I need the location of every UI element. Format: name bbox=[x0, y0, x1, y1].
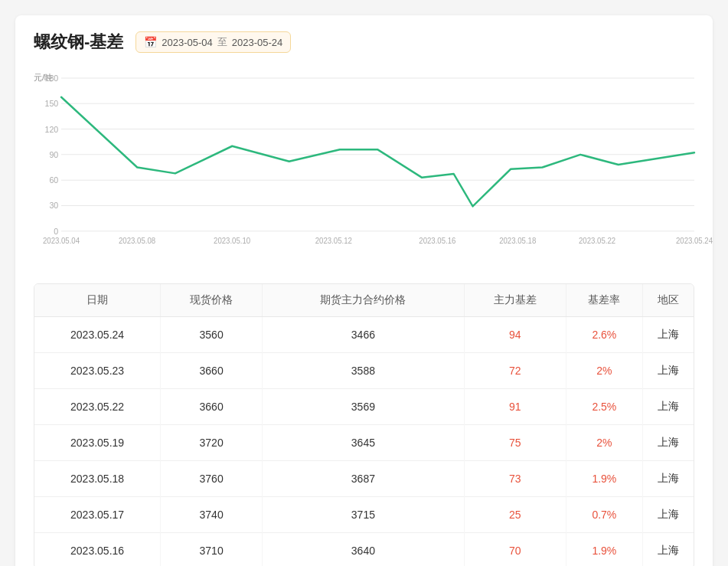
date-start: 2023-05-04 bbox=[162, 37, 213, 48]
cell-basis: 73 bbox=[464, 461, 566, 497]
cell-region: 上海 bbox=[642, 497, 694, 533]
page-title: 螺纹钢-基差 bbox=[34, 31, 123, 54]
cell-futures: 3687 bbox=[263, 461, 465, 497]
cell-region: 上海 bbox=[642, 317, 694, 353]
cell-basis: 70 bbox=[464, 533, 566, 567]
col-region: 地区 bbox=[642, 284, 694, 317]
cell-basis: 72 bbox=[464, 353, 566, 389]
cell-date: 2023.05.24 bbox=[34, 317, 161, 353]
page-header: 螺纹钢-基差 📅 2023-05-04 至 2023-05-24 bbox=[34, 31, 694, 54]
chart-inner: 0 30 60 90 120 150 180 2023.05.04 2023.0… bbox=[61, 78, 694, 256]
cell-date: 2023.05.23 bbox=[34, 353, 161, 389]
cell-basis: 94 bbox=[464, 317, 566, 353]
cell-futures: 3588 bbox=[263, 353, 465, 389]
svg-text:30: 30 bbox=[49, 201, 58, 210]
table-row: 2023.05.18 3760 3687 73 1.9% 上海 bbox=[34, 461, 694, 497]
cell-basis-rate: 2% bbox=[566, 353, 642, 389]
table-row: 2023.05.17 3740 3715 25 0.7% 上海 bbox=[34, 497, 694, 533]
date-range-picker[interactable]: 📅 2023-05-04 至 2023-05-24 bbox=[135, 31, 291, 53]
cell-basis: 75 bbox=[464, 425, 566, 461]
cell-date: 2023.05.17 bbox=[34, 497, 161, 533]
table-row: 2023.05.19 3720 3645 75 2% 上海 bbox=[34, 425, 694, 461]
svg-text:150: 150 bbox=[45, 99, 59, 108]
cell-region: 上海 bbox=[642, 533, 694, 567]
svg-text:0: 0 bbox=[54, 227, 58, 236]
cell-futures: 3466 bbox=[263, 317, 465, 353]
cell-spot: 3560 bbox=[161, 317, 263, 353]
data-table: 日期 现货价格 期货主力合约价格 主力基差 基差率 地区 2023.05.24 … bbox=[34, 284, 694, 566]
line-chart: 0 30 60 90 120 150 180 2023.05.04 2023.0… bbox=[61, 78, 694, 256]
basis-line bbox=[61, 97, 694, 207]
cell-spot: 3660 bbox=[161, 389, 263, 425]
svg-text:2023.05.08: 2023.05.08 bbox=[119, 237, 156, 245]
cell-basis-rate: 2.6% bbox=[566, 317, 642, 353]
cell-futures: 3715 bbox=[263, 497, 465, 533]
cell-region: 上海 bbox=[642, 389, 694, 425]
col-basis-rate: 基差率 bbox=[566, 284, 642, 317]
cell-basis: 91 bbox=[464, 389, 566, 425]
cell-date: 2023.05.16 bbox=[34, 533, 161, 567]
cell-futures: 3569 bbox=[263, 389, 465, 425]
chart-area: 元/吨 0 30 60 90 120 150 180 bbox=[34, 66, 694, 280]
cell-futures: 3640 bbox=[263, 533, 465, 567]
col-date: 日期 bbox=[34, 284, 161, 317]
table-row: 2023.05.22 3660 3569 91 2.5% 上海 bbox=[34, 389, 694, 425]
table-row: 2023.05.24 3560 3466 94 2.6% 上海 bbox=[34, 317, 694, 353]
svg-text:2023.05.04: 2023.05.04 bbox=[43, 237, 80, 245]
cell-futures: 3645 bbox=[263, 425, 465, 461]
cell-basis-rate: 1.9% bbox=[566, 461, 642, 497]
data-table-wrap: 日期 现货价格 期货主力合约价格 主力基差 基差率 地区 2023.05.24 … bbox=[34, 283, 694, 566]
svg-text:180: 180 bbox=[45, 74, 59, 83]
cell-region: 上海 bbox=[642, 353, 694, 389]
date-separator: 至 bbox=[217, 35, 227, 49]
table-row: 2023.05.16 3710 3640 70 1.9% 上海 bbox=[34, 533, 694, 567]
svg-text:120: 120 bbox=[45, 124, 59, 133]
cell-spot: 3720 bbox=[161, 425, 263, 461]
svg-text:90: 90 bbox=[49, 150, 58, 159]
date-end: 2023-05-24 bbox=[232, 37, 283, 48]
svg-text:2023.05.10: 2023.05.10 bbox=[214, 237, 251, 245]
cell-spot: 3710 bbox=[161, 533, 263, 567]
cell-spot: 3660 bbox=[161, 353, 263, 389]
cell-date: 2023.05.18 bbox=[34, 461, 161, 497]
cell-region: 上海 bbox=[642, 425, 694, 461]
cell-spot: 3760 bbox=[161, 461, 263, 497]
svg-text:60: 60 bbox=[49, 175, 58, 185]
cell-basis-rate: 2% bbox=[566, 425, 642, 461]
cell-spot: 3740 bbox=[161, 497, 263, 533]
table-row: 2023.05.23 3660 3588 72 2% 上海 bbox=[34, 353, 694, 389]
col-spot: 现货价格 bbox=[161, 284, 263, 317]
col-basis: 主力基差 bbox=[464, 284, 566, 317]
svg-text:2023.05.18: 2023.05.18 bbox=[499, 237, 537, 245]
calendar-icon: 📅 bbox=[144, 36, 157, 48]
svg-text:2023.05.22: 2023.05.22 bbox=[579, 237, 615, 245]
table-header-row: 日期 现货价格 期货主力合约价格 主力基差 基差率 地区 bbox=[34, 284, 694, 317]
cell-date: 2023.05.19 bbox=[34, 425, 161, 461]
svg-text:2023.05.24: 2023.05.24 bbox=[676, 237, 713, 245]
cell-basis: 25 bbox=[464, 497, 566, 533]
svg-text:2023.05.16: 2023.05.16 bbox=[419, 237, 456, 245]
cell-basis-rate: 0.7% bbox=[566, 497, 642, 533]
cell-date: 2023.05.22 bbox=[34, 389, 161, 425]
main-container: 螺纹钢-基差 📅 2023-05-04 至 2023-05-24 元/吨 0 3… bbox=[15, 15, 713, 566]
svg-text:2023.05.12: 2023.05.12 bbox=[315, 237, 352, 245]
cell-region: 上海 bbox=[642, 461, 694, 497]
col-futures: 期货主力合约价格 bbox=[263, 284, 465, 317]
cell-basis-rate: 1.9% bbox=[566, 533, 642, 567]
cell-basis-rate: 2.5% bbox=[566, 389, 642, 425]
